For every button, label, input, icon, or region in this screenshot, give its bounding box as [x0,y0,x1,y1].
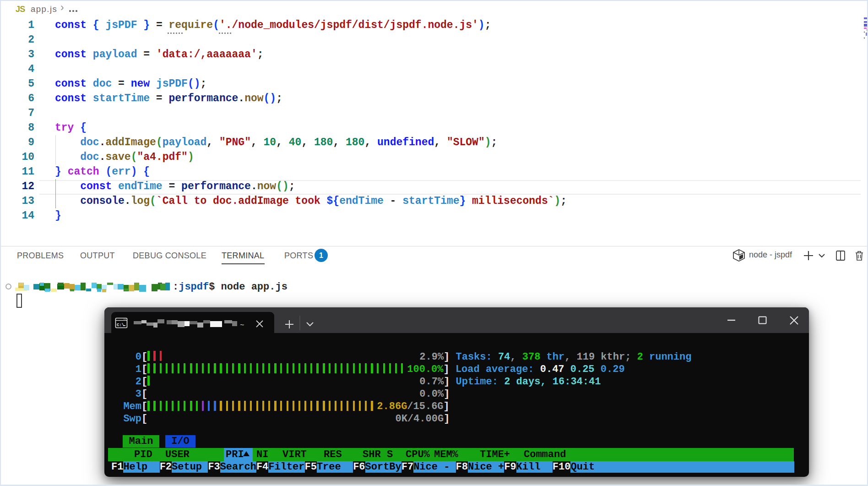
svg-text:~: ~ [240,322,244,330]
